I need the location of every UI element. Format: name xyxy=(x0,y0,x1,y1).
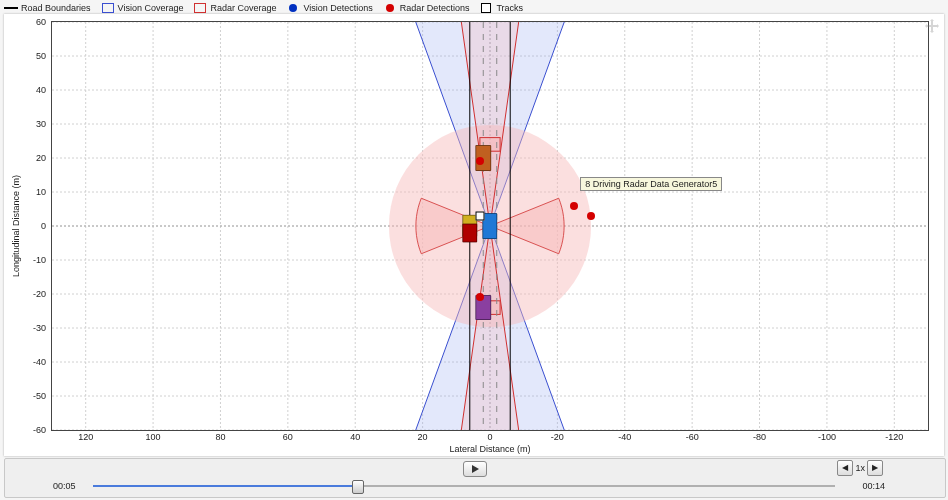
pan-zoom-icon[interactable] xyxy=(924,18,940,34)
y-ticks: -60-50-40-30-20-100102030405060 xyxy=(24,22,48,430)
time-total: 00:14 xyxy=(862,481,885,491)
detection-point xyxy=(587,212,595,220)
y-tick: 30 xyxy=(36,119,46,129)
x-tick: 0 xyxy=(487,432,492,442)
y-tick: 20 xyxy=(36,153,46,163)
playback-bar: ◀ 1x ▶ 00:05 00:14 xyxy=(4,458,946,498)
x-tick: 80 xyxy=(215,432,225,442)
y-tick: -30 xyxy=(33,323,46,333)
x-tick: 120 xyxy=(78,432,93,442)
x-tick: 20 xyxy=(418,432,428,442)
detection-point xyxy=(476,157,484,165)
x-tick: 40 xyxy=(350,432,360,442)
x-tick: -20 xyxy=(551,432,564,442)
legend-item: Vision Detections xyxy=(286,3,372,13)
x-tick: 60 xyxy=(283,432,293,442)
legend-item: Radar Coverage xyxy=(193,3,276,13)
x-tick: -80 xyxy=(753,432,766,442)
y-tick: -40 xyxy=(33,357,46,367)
x-ticks: 120100806040200-20-40-60-80-100-120 xyxy=(52,432,928,442)
y-tick: -10 xyxy=(33,255,46,265)
y-tick: 0 xyxy=(41,221,46,231)
x-tick: 100 xyxy=(146,432,161,442)
x-tick: -100 xyxy=(818,432,836,442)
y-axis-label: Longitudinal Distance (m) xyxy=(10,22,22,430)
legend-item: Tracks xyxy=(479,3,523,13)
detection-point xyxy=(570,202,578,210)
slider-thumb[interactable] xyxy=(352,480,364,494)
vehicle xyxy=(462,223,477,242)
speed-label: 1x xyxy=(855,463,865,473)
x-tick: -120 xyxy=(885,432,903,442)
y-tick: 50 xyxy=(36,51,46,61)
legend-item: Radar Detections xyxy=(383,3,470,13)
legend-item: Road Boundaries xyxy=(4,3,91,13)
speed-down-button[interactable]: ◀ xyxy=(837,460,853,476)
y-tick: 10 xyxy=(36,187,46,197)
plot-panel: 8 Driving Radar Data Generator5 12010080… xyxy=(4,14,944,456)
x-tick: -60 xyxy=(686,432,699,442)
plot-area[interactable]: 8 Driving Radar Data Generator5 xyxy=(52,22,928,430)
speed-up-button[interactable]: ▶ xyxy=(867,460,883,476)
x-axis-label: Lateral Distance (m) xyxy=(52,444,928,454)
datatip: 8 Driving Radar Data Generator5 xyxy=(580,177,722,191)
detection-point xyxy=(476,293,484,301)
y-tick: -60 xyxy=(33,425,46,435)
y-tick: 60 xyxy=(36,17,46,27)
legend-item: Vision Coverage xyxy=(101,3,184,13)
y-tick: -20 xyxy=(33,289,46,299)
slider-fill xyxy=(93,485,358,487)
progress-slider[interactable] xyxy=(93,483,835,489)
play-button[interactable] xyxy=(463,461,487,477)
speed-control: ◀ 1x ▶ xyxy=(837,461,883,475)
legend: Road BoundariesVision CoverageRadar Cove… xyxy=(4,2,529,14)
time-current: 00:05 xyxy=(53,481,76,491)
y-tick: -50 xyxy=(33,391,46,401)
vehicle xyxy=(482,213,497,239)
track-marker xyxy=(475,211,484,220)
x-tick: -40 xyxy=(618,432,631,442)
y-tick: 40 xyxy=(36,85,46,95)
